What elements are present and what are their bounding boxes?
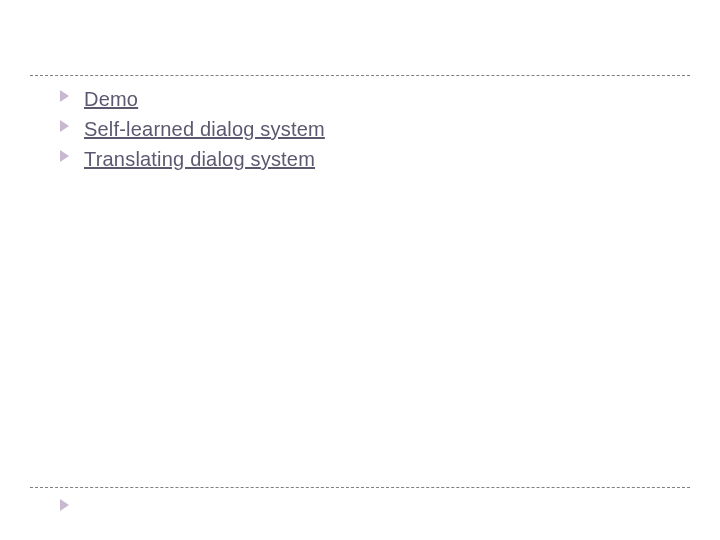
slide-container: Demo Self-learned dialog system Translat… (0, 0, 720, 540)
divider-top (30, 75, 690, 76)
list-item-label: Translating dialog system (84, 145, 315, 173)
list-item: Demo (60, 85, 680, 113)
divider-bottom (30, 487, 690, 488)
triangle-right-icon (60, 150, 84, 162)
list-item-label: Self-learned dialog system (84, 115, 325, 143)
triangle-right-icon (60, 90, 84, 102)
triangle-right-icon (60, 120, 84, 132)
list-item-label: Demo (84, 85, 138, 113)
content-area: Demo Self-learned dialog system Translat… (60, 85, 680, 175)
triangle-right-icon (60, 497, 69, 515)
list-item: Self-learned dialog system (60, 115, 680, 143)
list-item: Translating dialog system (60, 145, 680, 173)
